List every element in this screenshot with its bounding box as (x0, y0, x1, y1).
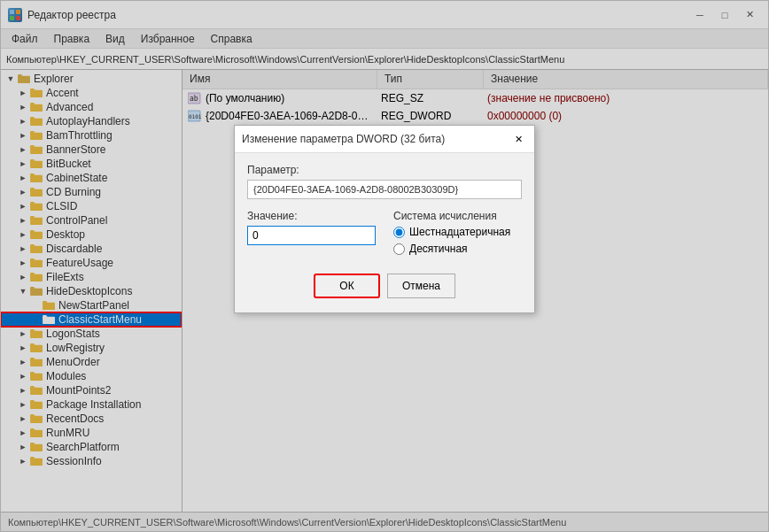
tree-item-discardable[interactable]: ► Discardable (1, 242, 182, 256)
expand-icon[interactable]: ► (17, 228, 29, 241)
expand-icon[interactable]: ► (17, 455, 29, 467)
tree-item-recentdocs[interactable]: ► RecentDocs (1, 412, 182, 426)
tree-item-clsid[interactable]: ► CLSID (1, 199, 182, 213)
tree-panel[interactable]: ▼ Explorer► Accent► Advanced► AutoplayHa… (1, 70, 183, 512)
tree-item-label: ClassicStartMenu (58, 313, 142, 326)
svg-rect-84 (30, 443, 35, 445)
svg-rect-72 (30, 386, 35, 389)
expand-icon[interactable]: ► (17, 370, 29, 382)
table-row[interactable]: ab (По умолчанию)REG_SZ(значение не прис… (183, 89, 768, 107)
expand-icon[interactable]: ► (17, 398, 29, 411)
expand-icon[interactable]: ► (17, 87, 29, 99)
expand-icon[interactable]: ► (17, 186, 29, 198)
tree-item-controlpanel[interactable]: ► ControlPanel (1, 213, 182, 227)
tree-item-advanced[interactable]: ► Advanced (1, 100, 182, 114)
tree-item-mountpoints2[interactable]: ► MountPoints2 (1, 383, 182, 397)
reg-entry-type: REG_DWORD (381, 110, 487, 122)
tree-item-bamthrottling[interactable]: ► BamThrottling (1, 128, 182, 143)
folder-icon (29, 412, 43, 425)
tree-item-searchplatform[interactable]: ► SearchPlatform (1, 440, 182, 454)
menu-item-справка[interactable]: Справка (204, 31, 260, 46)
tree-scroll[interactable]: ▼ Explorer► Accent► Advanced► AutoplayHa… (1, 72, 182, 510)
tree-item-cabinetstate[interactable]: ► CabinetState (1, 171, 182, 185)
tree-item-autoplayhandlers[interactable]: ► AutoplayHandlers (1, 114, 182, 128)
svg-rect-18 (30, 131, 35, 134)
expand-icon[interactable]: ► (17, 129, 29, 142)
expand-icon[interactable]: ▼ (4, 73, 17, 85)
value-input[interactable] (247, 226, 376, 245)
expand-icon[interactable]: ► (17, 158, 29, 170)
radio-hex-label: Шестнадцатеричная (409, 226, 510, 238)
expand-icon[interactable] (29, 299, 42, 312)
expand-icon[interactable]: ► (17, 441, 29, 453)
status-bar: Компьютер\HKEY_CURRENT_USER\Software\Mic… (1, 512, 768, 531)
folder-icon (29, 441, 43, 453)
tree-item-hidedesktopicons[interactable]: ▼ HideDesktopIcons (1, 284, 182, 298)
svg-rect-39 (30, 230, 35, 233)
menu-item-файл[interactable]: Файл (4, 31, 45, 46)
tree-item-featureusage[interactable]: ► FeatureUsage (1, 256, 182, 270)
reg-sz-icon: ab (186, 91, 204, 105)
tree-item-bitbucket[interactable]: ► BitBucket (1, 157, 182, 171)
menu-item-вид[interactable]: Вид (98, 31, 132, 46)
expand-icon[interactable]: ► (17, 342, 29, 354)
tree-item-logonstats[interactable]: ► LogonStats (1, 327, 182, 341)
ok-button[interactable]: ОК (314, 274, 380, 298)
expand-icon[interactable]: ► (17, 200, 29, 212)
folder-icon (42, 299, 56, 312)
expand-icon[interactable]: ► (17, 384, 29, 397)
expand-icon[interactable]: ▼ (17, 285, 29, 297)
tree-item-newstartpanel[interactable]: NewStartPanel (1, 298, 182, 312)
reg-entry-name: {20D04FE0-3AEA-1069-A2D8-0… (204, 110, 381, 122)
tree-item-menuorder[interactable]: ► MenuOrder (1, 355, 182, 369)
cancel-button[interactable]: Отмена (387, 274, 455, 298)
tree-item-explorer[interactable]: ▼ Explorer (1, 72, 182, 86)
expand-icon[interactable]: ► (17, 172, 29, 184)
menu-item-избранное[interactable]: Избранное (134, 31, 202, 46)
expand-icon[interactable] (29, 313, 42, 326)
tree-item-runmru[interactable]: ► RunMRU (1, 426, 182, 440)
minimize-button[interactable]: ─ (688, 6, 711, 24)
expand-icon[interactable]: ► (17, 101, 29, 113)
col-header-type[interactable]: Тип (377, 70, 484, 89)
menu-item-правка[interactable]: Правка (47, 31, 97, 46)
dialog-buttons: ОК Отмена (247, 274, 522, 302)
expand-icon[interactable]: ► (17, 427, 29, 439)
radio-dec-input[interactable] (393, 243, 405, 255)
expand-icon[interactable]: ► (17, 356, 29, 368)
expand-icon[interactable]: ► (17, 271, 29, 283)
svg-rect-78 (30, 414, 35, 417)
tree-item-label: BitBucket (46, 158, 91, 170)
svg-rect-15 (30, 117, 35, 120)
svg-rect-75 (30, 400, 35, 403)
reg-entry-type: REG_SZ (381, 92, 487, 104)
expand-icon[interactable]: ► (17, 143, 29, 156)
tree-item-bannerstore[interactable]: ► BannerStore (1, 143, 182, 157)
folder-icon (29, 129, 43, 142)
expand-icon[interactable]: ► (17, 412, 29, 425)
tree-item-accent[interactable]: ► Accent (1, 86, 182, 100)
folder-icon (29, 214, 43, 227)
tree-item-classicstartmenu[interactable]: ClassicStartMenu (1, 312, 182, 327)
svg-rect-57 (43, 315, 47, 318)
tree-item-package-installation[interactable]: ► Package Installation (1, 397, 182, 412)
tree-item-fileexts[interactable]: ► FileExts (1, 270, 182, 284)
tree-item-sessioninfo[interactable]: ► SessionInfo (1, 454, 182, 468)
tree-item-cd-burning[interactable]: ► CD Burning (1, 185, 182, 199)
tree-item-desktop[interactable]: ► Desktop (1, 227, 182, 242)
tree-item-lowregistry[interactable]: ► LowRegistry (1, 341, 182, 355)
tree-item-modules[interactable]: ► Modules (1, 369, 182, 383)
expand-icon[interactable]: ► (17, 243, 29, 255)
table-row[interactable]: 0101 {20D04FE0-3AEA-1069-A2D8-0…REG_DWOR… (183, 107, 768, 125)
expand-icon[interactable]: ► (17, 328, 29, 340)
col-header-name[interactable]: Имя (183, 70, 377, 89)
expand-icon[interactable]: ► (17, 257, 29, 269)
expand-icon[interactable]: ► (17, 115, 29, 127)
expand-icon[interactable]: ► (17, 214, 29, 227)
dialog-close-button[interactable]: ✕ (509, 131, 527, 147)
maximize-button[interactable]: □ (713, 6, 736, 24)
radio-hex-input[interactable] (393, 227, 405, 238)
column-headers: Имя Тип Значение (183, 70, 768, 89)
col-header-value[interactable]: Значение (484, 70, 768, 89)
close-button[interactable]: ✕ (738, 6, 761, 24)
